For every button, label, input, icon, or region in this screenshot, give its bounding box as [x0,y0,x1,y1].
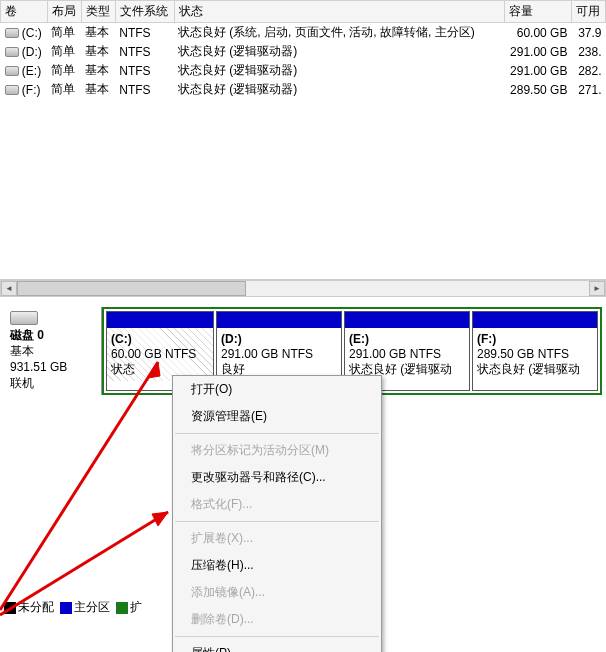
legend: 未分配 主分区 扩 [4,599,142,616]
col-type[interactable]: 类型 [81,1,115,23]
volume-icon [5,66,19,76]
menu-add-mirror: 添加镜像(A)... [173,579,381,606]
table-row[interactable]: (E:) 简单基本NTFS状态良好 (逻辑驱动器) 291.00 GB282. [1,61,606,80]
menu-mark-active: 将分区标记为活动分区(M) [173,437,381,464]
disk-info-panel[interactable]: 磁盘 0 基本 931.51 GB 联机 [4,307,102,395]
scroll-right-arrow[interactable]: ► [589,281,605,296]
legend-swatch-ext [116,602,128,614]
partition-header-bar [473,312,597,328]
legend-swatch-primary [60,602,72,614]
partition-size: 291.00 GB NTFS [221,347,337,362]
partition-label: (E:) [349,332,465,347]
menu-open[interactable]: 打开(O) [173,376,381,403]
menu-separator [175,521,379,522]
scroll-track[interactable] [17,281,589,296]
menu-separator [175,636,379,637]
partition-f[interactable]: (F:) 289.50 GB NTFS 状态良好 (逻辑驱动 [472,311,598,391]
scroll-thumb[interactable] [17,281,246,296]
col-free[interactable]: 可用 [571,1,605,23]
menu-explorer[interactable]: 资源管理器(E) [173,403,381,430]
menu-separator [175,433,379,434]
partition-header-bar [107,312,213,328]
context-menu: 打开(O) 资源管理器(E) 将分区标记为活动分区(M) 更改驱动器号和路径(C… [172,375,382,652]
menu-format: 格式化(F)... [173,491,381,518]
table-header-row: 卷 布局 类型 文件系统 状态 容量 可用 [1,1,606,23]
volume-icon [5,47,19,57]
col-capacity[interactable]: 容量 [504,1,571,23]
svg-line-0 [0,362,158,610]
table-row[interactable]: (F:) 简单基本NTFS状态良好 (逻辑驱动器) 289.50 GB271. [1,80,606,99]
col-status[interactable]: 状态 [174,1,504,23]
partition-size: 289.50 GB NTFS [477,347,593,362]
menu-properties[interactable]: 属性(P) [173,640,381,652]
volume-icon [5,85,19,95]
scroll-left-arrow[interactable]: ◄ [1,281,17,296]
col-fs[interactable]: 文件系统 [115,1,174,23]
svg-marker-3 [152,512,168,526]
partition-size: 291.00 GB NTFS [349,347,465,362]
menu-change-letter[interactable]: 更改驱动器号和路径(C)... [173,464,381,491]
legend-swatch-unallocated [4,602,16,614]
menu-delete-volume: 删除卷(D)... [173,606,381,633]
disk-type: 基本 [10,343,95,359]
volume-icon [5,28,19,38]
partition-size: 60.00 GB NTFS [111,347,209,362]
menu-shrink-volume[interactable]: 压缩卷(H)... [173,552,381,579]
col-layout[interactable]: 布局 [47,1,81,23]
partition-header-bar [345,312,469,328]
horizontal-scrollbar[interactable]: ◄ ► [0,280,606,297]
volume-list: 卷 布局 类型 文件系统 状态 容量 可用 (C:) 简单基本NTFS状态良好 … [0,0,606,280]
disk-online: 联机 [10,375,95,391]
col-volume[interactable]: 卷 [1,1,48,23]
table-row[interactable]: (C:) 简单基本NTFS状态良好 (系统, 启动, 页面文件, 活动, 故障转… [1,23,606,43]
disk-size: 931.51 GB [10,359,95,375]
partition-status: 状态良好 (逻辑驱动 [477,362,593,377]
legend-label: 扩 [130,600,142,614]
partition-label: (D:) [221,332,337,347]
partition-label: (C:) [111,332,209,347]
partition-label: (F:) [477,332,593,347]
menu-extend-volume: 扩展卷(X)... [173,525,381,552]
table-row[interactable]: (D:) 简单基本NTFS状态良好 (逻辑驱动器) 291.00 GB238. [1,42,606,61]
disk-icon [10,311,38,325]
legend-label: 主分区 [74,600,110,614]
disk-title: 磁盘 0 [10,327,95,343]
legend-label: 未分配 [18,600,54,614]
partition-header-bar [217,312,341,328]
